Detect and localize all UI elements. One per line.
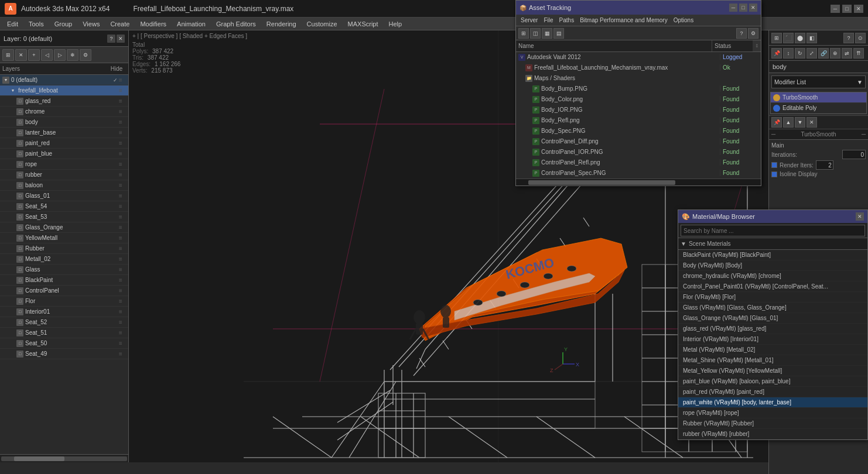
layers-scrollbar-track[interactable]	[1, 456, 127, 461]
at-row-png[interactable]: P Body_Refl.png Found	[516, 115, 761, 126]
layer-tool-options[interactable]: ⚙	[80, 49, 91, 61]
at-row-maxfile[interactable]: M Freefall_Lifeboat_Launching_Mechanism_…	[516, 63, 761, 73]
modifier-item-editable-poly[interactable]: Editable Poly	[771, 103, 866, 114]
at-btn-settings[interactable]: ⚙	[748, 28, 758, 39]
layer-item[interactable]: □ Glass_01 ≡	[0, 191, 128, 201]
layer-item[interactable]: ▼ freefall_lifeboat ≡	[0, 85, 128, 96]
at-menu-server[interactable]: Server	[518, 17, 540, 23]
at-menu-bitmap[interactable]: Bitmap Performance and Memory	[577, 17, 670, 23]
at-btn-1[interactable]: ⊞	[518, 28, 529, 39]
mod-tool-snap[interactable]: ⊕	[830, 48, 840, 59]
close-button[interactable]: ✕	[854, 5, 863, 13]
mb-item[interactable]: Flor (VRayMtl) [Flor]	[678, 292, 867, 303]
at-menu-paths[interactable]: Paths	[557, 17, 577, 23]
asset-tracking-hscrollbar[interactable]	[516, 178, 761, 186]
window-controls[interactable]: ─ □ ✕	[831, 5, 863, 13]
layer-item[interactable]: □ lanter_base ≡	[0, 128, 128, 138]
layers-close-button[interactable]: ✕	[117, 35, 125, 43]
maximize-button[interactable]: □	[842, 5, 852, 13]
mod-tool-link[interactable]: 🔗	[818, 48, 829, 59]
layer-item[interactable]: □ Metall_02 ≡	[0, 254, 128, 265]
mb-close[interactable]: ✕	[856, 212, 864, 221]
mod-tool-move[interactable]: ↕	[783, 48, 794, 59]
mb-item[interactable]: Metal_Yellow (VRayMtl) [YellowMetall]	[678, 366, 867, 376]
mb-item-selected[interactable]: paint_white (VRayMtl) [body, lanter_base…	[678, 397, 867, 408]
mod-tool-align[interactable]: ⇈	[853, 48, 864, 59]
at-row-png[interactable]: P Body_IOR.PNG Found	[516, 105, 761, 115]
mod-tool-1[interactable]: ⊞	[771, 33, 782, 43]
mb-item[interactable]: rubber (VRayMtl) [rubber]	[678, 429, 867, 439]
layer-tool-add[interactable]: +	[28, 49, 40, 61]
layer-item[interactable]: □ YellowMetall ≡	[0, 233, 128, 243]
layer-item[interactable]: □ BlackPaint ≡	[0, 275, 128, 286]
at-row-png[interactable]: P ControlPanel_Diff.png Found	[516, 136, 761, 147]
at-btn-2[interactable]: ◫	[530, 28, 541, 39]
at-col-resize[interactable]: ⇕	[753, 40, 761, 51]
menu-modifiers[interactable]: Modifiers	[135, 19, 171, 29]
mod-tool-6[interactable]: ⊙	[855, 33, 866, 43]
mat-browser-search-input[interactable]	[681, 225, 865, 236]
isoline-checkbox[interactable]	[771, 171, 777, 177]
mod-tool-4[interactable]: ◧	[807, 33, 817, 43]
mb-item[interactable]: Glass_Orange (VRayMtl) [Glass_01]	[678, 313, 867, 324]
layers-list[interactable]: ▼ 0 (default) ✓ ≡ ▼ freefall_lifeboat ≡ …	[0, 75, 128, 454]
at-minimize[interactable]: ─	[729, 4, 737, 12]
layer-item[interactable]: □ Seat_50 ≡	[0, 338, 128, 349]
mb-item[interactable]: Body (VRayMtl) [Body]	[678, 260, 867, 271]
mb-item[interactable]: Metal (VRayMtl) [Metall_02]	[678, 345, 867, 355]
layer-item[interactable]: □ glass_red ≡	[0, 96, 128, 107]
at-menu-file[interactable]: File	[541, 17, 555, 23]
at-maximize[interactable]: □	[739, 4, 747, 12]
mod-tool-pin[interactable]: 📌	[771, 48, 782, 59]
layer-item[interactable]: □ body ≡	[0, 117, 128, 128]
layer-item[interactable]: □ Seat_53 ≡	[0, 212, 128, 222]
at-row-png[interactable]: P Body_Bump.PNG Found	[516, 84, 761, 94]
menu-help[interactable]: Help	[384, 19, 407, 29]
layer-item[interactable]: □ Flor ≡	[0, 296, 128, 307]
mat-browser-list[interactable]: BlackPaint (VRayMtl) [BlackPaint] Body (…	[678, 250, 867, 439]
mb-item[interactable]: paint_blue (VRayMtl) [baloon, paint_blue…	[678, 376, 867, 387]
mb-item[interactable]: BlackPaint (VRayMtl) [BlackPaint]	[678, 250, 867, 260]
mb-item[interactable]: paint_red (VRayMtl) [paint_red]	[678, 387, 867, 397]
mb-item[interactable]: chrome_hydraulic (VRayMtl) [chrome]	[678, 271, 867, 281]
modifier-list-dropdown[interactable]: Modifier List ▼	[771, 75, 866, 88]
render-iters-input[interactable]	[816, 160, 833, 170]
at-hscroll-thumb[interactable]	[528, 180, 675, 185]
layer-item[interactable]: □ Rubber ≡	[0, 243, 128, 254]
layer-tool-select2[interactable]: ▷	[54, 49, 66, 61]
layer-item[interactable]: □ Seat_54 ≡	[0, 201, 128, 212]
layer-item[interactable]: □ chrome ≡	[0, 107, 128, 117]
layers-help-button[interactable]: ?	[107, 35, 115, 43]
layer-item[interactable]: □ baloon ≡	[0, 180, 128, 191]
layer-item[interactable]: □ Interior01 ≡	[0, 307, 128, 317]
menu-views[interactable]: Views	[78, 19, 104, 29]
menu-animation[interactable]: Animation	[172, 19, 210, 29]
mod-tool-scale[interactable]: ⤢	[807, 48, 817, 59]
modifier-item-turbosmooth[interactable]: TurboSmooth	[771, 92, 866, 103]
iterations-input[interactable]	[842, 150, 866, 159]
menu-group[interactable]: Group	[50, 19, 77, 29]
mb-item[interactable]: Rubber (VRayMtl) [Rubber]	[678, 418, 867, 429]
layer-item[interactable]: □ paint_blue ≡	[0, 149, 128, 159]
mb-item[interactable]: Glass (VRayMtl) [Glass, Glass_Orange]	[678, 303, 867, 313]
at-row-png[interactable]: P Body_Spec.PNG Found	[516, 126, 761, 136]
mod-tool-5[interactable]: ?	[843, 33, 854, 43]
at-row-png[interactable]: P Body_Color.png Found	[516, 94, 761, 105]
layer-item[interactable]: □ paint_red ≡	[0, 138, 128, 149]
layers-scrollbar[interactable]	[0, 454, 128, 462]
layer-item[interactable]: □ Glass ≡	[0, 265, 128, 275]
menu-graph-editors[interactable]: Graph Editors	[211, 19, 261, 29]
mb-item[interactable]: Interior (VRayMtl) [Interior01]	[678, 334, 867, 345]
mod-tool-3[interactable]: ⬤	[795, 33, 805, 43]
menu-rendering[interactable]: Rendering	[262, 19, 301, 29]
menu-tools[interactable]: Tools	[24, 19, 49, 29]
mod-tool-2[interactable]: ⬛	[783, 33, 794, 43]
at-row-vault[interactable]: V Autodesk Vault 2012 Logged	[516, 52, 761, 63]
mod-move-down-btn[interactable]: ▼	[795, 117, 805, 128]
layer-item[interactable]: □ rope ≡	[0, 159, 128, 170]
mb-item[interactable]: Metal_Shine (VRayMtl) [Metall_01]	[678, 355, 867, 366]
mod-tool-mirror[interactable]: ⇌	[842, 48, 852, 59]
mb-item[interactable]: rope (VRayMtl) [rope]	[678, 408, 867, 418]
at-row-png[interactable]: P ControlPanel_Spec.PNG Found	[516, 168, 761, 178]
minimize-button[interactable]: ─	[831, 5, 840, 13]
